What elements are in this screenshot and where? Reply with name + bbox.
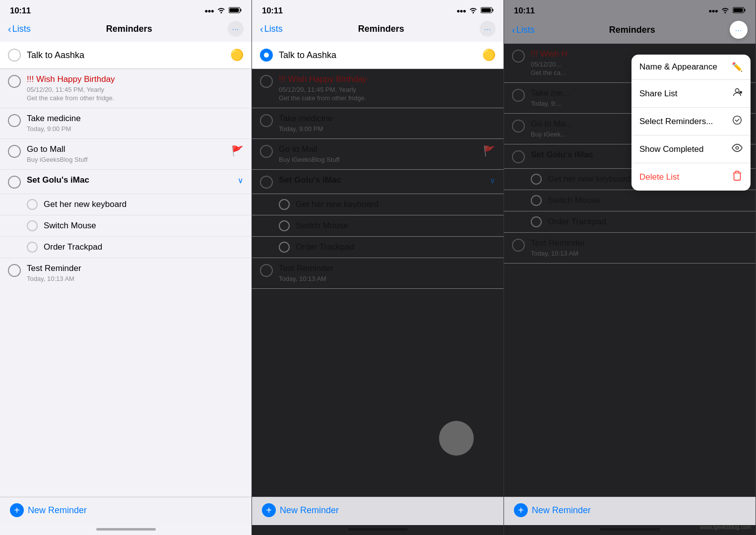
new-reminder-label-1: New Reminder [28, 505, 87, 516]
plus-icon-3: + [514, 503, 528, 517]
back-chevron-3: ‹ [512, 24, 515, 36]
menu-delete-list[interactable]: Delete List [631, 163, 751, 191]
sub-trackpad-text-2: Order Trackpad [296, 242, 354, 252]
test-title-2: Test Reminder [279, 263, 496, 274]
new-reminder-btn-2[interactable]: + New Reminder [262, 503, 339, 517]
sub-mouse-3[interactable]: Switch Mouse [504, 190, 756, 211]
nav-bar-1: ‹ Lists Reminders ··· [0, 19, 252, 42]
more-icon-1: ··· [232, 25, 239, 33]
active-item-row-2[interactable]: Talk to Aashka 🟡 [252, 42, 504, 69]
item-medicine-1[interactable]: Take medicine Today, 9:00 PM [0, 108, 252, 139]
menu-show-completed-label: Show Completed [639, 144, 703, 154]
more-button-3[interactable]: ··· [730, 21, 748, 39]
sub-radio-keyboard-3[interactable] [531, 174, 542, 185]
radio-test-1[interactable] [8, 264, 21, 277]
radio-imac-2[interactable] [260, 176, 273, 189]
menu-select-reminders-label: Select Reminders... [639, 117, 713, 127]
sub-trackpad-2[interactable]: Order Trackpad [252, 237, 504, 258]
back-button-2[interactable]: ‹ Lists [260, 23, 283, 35]
item-mall-1[interactable]: Go to Mall Buy iGeeksBlog Stuff 🚩 [0, 139, 252, 170]
more-icon-2: ··· [484, 25, 491, 33]
item-mall-2[interactable]: Go to Mall Buy iGeeksBlog Stuff 🚩 [252, 139, 504, 170]
item-test-2[interactable]: Test Reminder Today, 10:13 AM [252, 258, 504, 289]
item-imac-1[interactable]: Set Golu's iMac ∨ [0, 170, 252, 194]
back-button-1[interactable]: ‹ Lists [8, 23, 31, 35]
panel-1: 10:11 ●●● ‹ Lists Reminders ··· Talk to … [0, 0, 252, 535]
mall-text-1: Go to Mall Buy iGeeksBlog Stuff [27, 144, 225, 164]
more-button-1[interactable]: ··· [228, 21, 244, 37]
new-reminder-btn-3[interactable]: + New Reminder [514, 503, 591, 517]
radio-medicine-1[interactable] [8, 114, 21, 127]
radio-mall-3[interactable] [512, 120, 525, 133]
sub-mouse-1[interactable]: Switch Mouse [0, 215, 252, 237]
menu-select-reminders[interactable]: Select Reminders... [631, 108, 751, 135]
sub-radio-keyboard-1[interactable] [27, 199, 38, 210]
back-label-3: Lists [516, 25, 535, 35]
radio-mall-2[interactable] [260, 145, 273, 158]
radio-test-2[interactable] [260, 264, 273, 277]
battery-icon-1 [229, 6, 242, 15]
svg-point-8 [733, 116, 742, 125]
svg-rect-12 [734, 8, 743, 12]
status-icons-3: ●●● [708, 6, 746, 15]
nav-title-1: Reminders [106, 24, 152, 34]
sub-mouse-text-3: Switch Mouse [548, 196, 600, 205]
sub-trackpad-3[interactable]: Order Trackpad [504, 211, 756, 233]
radio-circle-2[interactable] [260, 49, 273, 62]
item-test-3[interactable]: Test Reminder Today, 10:13 AM [504, 233, 756, 264]
active-item-row-1[interactable]: Talk to Aashka 🟡 [0, 42, 252, 69]
item-test-1[interactable]: Test Reminder Today, 10:13 AM [0, 258, 252, 283]
more-button-2[interactable]: ··· [480, 21, 496, 37]
menu-share-list[interactable]: Share List [631, 80, 751, 108]
item-birthday-2[interactable]: !!! Wish Happy Birthday 05/12/20, 11:45 … [252, 69, 504, 108]
radio-test-3[interactable] [512, 239, 525, 252]
status-bar-2: 10:11 ●●● [252, 0, 504, 19]
time-1: 10:11 [10, 6, 31, 16]
dimmed-list-2: !!! Wish Happy Birthday 05/12/20, 11:45 … [252, 69, 504, 289]
item-imac-2[interactable]: Set Golu's iMac ∨ [252, 170, 504, 194]
chevron-icon-1: ∨ [238, 176, 244, 185]
radio-medicine-2[interactable] [260, 114, 273, 127]
radio-birthday-2[interactable] [260, 75, 273, 88]
sub-trackpad-1[interactable]: Order Trackpad [0, 237, 252, 258]
sub-radio-mouse-1[interactable] [27, 220, 38, 231]
sub-keyboard-1[interactable]: Get her new keyboard [0, 194, 252, 215]
radio-medicine-3[interactable] [512, 89, 525, 102]
touch-circle [439, 421, 474, 456]
sub-radio-trackpad-3[interactable] [531, 216, 542, 227]
wifi-icon-3 [721, 6, 730, 15]
medicine-subtitle-2: Today, 9:00 PM [279, 125, 496, 134]
home-bar-2 [252, 525, 504, 535]
back-button-3[interactable]: ‹ Lists [512, 24, 535, 36]
sub-radio-mouse-2[interactable] [279, 220, 290, 231]
test-subtitle-1: Today, 10:13 AM [27, 275, 244, 283]
sub-radio-mouse-3[interactable] [531, 195, 542, 206]
test-subtitle-3: Today, 10:13 AM [531, 250, 748, 258]
wifi-icon-1 [217, 6, 226, 15]
sub-radio-trackpad-1[interactable] [27, 242, 38, 253]
menu-show-completed[interactable]: Show Completed [631, 135, 751, 163]
menu-name-appearance[interactable]: Name & Appearance ✏️ [631, 55, 751, 80]
radio-mall-1[interactable] [8, 145, 21, 158]
new-reminder-btn-1[interactable]: + New Reminder [10, 503, 87, 517]
radio-circle-1[interactable] [8, 49, 21, 62]
svg-rect-5 [482, 8, 491, 12]
sub-keyboard-2[interactable]: Get her new keyboard [252, 194, 504, 215]
medicine-subtitle-1: Today, 9:00 PM [27, 125, 244, 134]
item-medicine-2[interactable]: Take medicine Today, 9:00 PM [252, 108, 504, 139]
svg-rect-2 [230, 8, 239, 12]
sub-mouse-2[interactable]: Switch Mouse [252, 215, 504, 237]
status-bar-3: 10:11 ●●● [504, 0, 756, 19]
sub-trackpad-text-1: Order Trackpad [44, 242, 102, 252]
back-label-2: Lists [264, 24, 283, 34]
medicine-text-1: Take medicine Today, 9:00 PM [27, 113, 244, 134]
radio-imac-1[interactable] [8, 176, 21, 189]
radio-imac-3[interactable] [512, 150, 525, 163]
sub-radio-keyboard-2[interactable] [279, 199, 290, 210]
item-birthday-1[interactable]: !!! Wish Happy Birthday 05/12/20, 11:45 … [0, 69, 252, 108]
radio-birthday-3[interactable] [512, 50, 525, 63]
birthday-subtitle-2: 05/12/20, 11:45 PM, YearlyGet the cake f… [279, 86, 496, 103]
sub-radio-trackpad-2[interactable] [279, 242, 290, 253]
birthday-text-1: !!! Wish Happy Birthday 05/12/20, 11:45 … [27, 74, 244, 103]
radio-birthday-1[interactable] [8, 75, 21, 88]
